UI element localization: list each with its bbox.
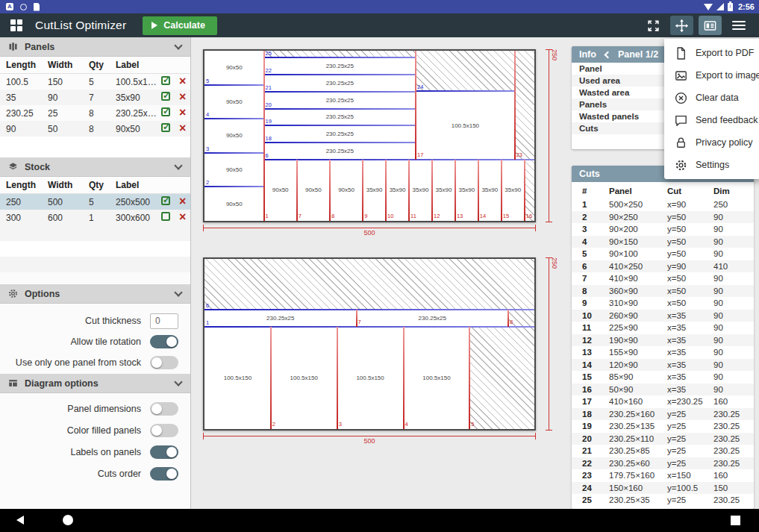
cut-number: 24 [417, 84, 423, 90]
cell-qty: 7 [89, 93, 116, 103]
table-row[interactable]: 100.51505100.5x1…× [0, 74, 190, 90]
options-section-header[interactable]: Options [0, 284, 190, 304]
table-row[interactable]: 230.25258230.25x…× [0, 105, 190, 121]
feedback-bubble-icon [674, 113, 688, 128]
cuts-row: 14120×90x=3590 [572, 359, 754, 372]
toggle-switch[interactable] [150, 356, 178, 369]
panel-piece: 230.25x25 [357, 310, 509, 327]
cut-thickness-input[interactable] [150, 313, 178, 329]
vertical-cut-line [415, 51, 416, 160]
cuts-row: 1650×90x=3590 [572, 384, 754, 396]
panel-piece: 100.5x150 [416, 91, 515, 160]
panel-piece: 90x50 [204, 187, 264, 221]
cell-width: 50 [48, 124, 89, 134]
vertical-cut-line [329, 160, 331, 221]
row-checkbox-icon[interactable] [161, 107, 170, 116]
vertical-cut-line [408, 160, 410, 221]
table-row[interactable]: 2505005250x500× [0, 194, 190, 210]
menu-icon[interactable] [727, 16, 750, 35]
delete-row-icon[interactable]: × [179, 90, 186, 103]
panel-piece: 230.25x25 [264, 57, 416, 75]
menu-item-export-to-pdf[interactable]: Export to PDF [664, 42, 759, 64]
menu-item-send-feedback[interactable]: Send feedback [664, 109, 759, 131]
delete-row-icon[interactable]: × [179, 210, 186, 223]
panels-section-header[interactable]: Panels [0, 37, 190, 57]
vertical-cut-line [337, 327, 338, 429]
row-checkbox-icon[interactable] [161, 76, 170, 85]
vertical-cut-line [455, 160, 456, 221]
toggle-row: Use only one panel from stock [0, 353, 190, 372]
toggle-switch[interactable] [150, 445, 178, 459]
toggle-switch[interactable] [150, 467, 178, 481]
row-checkbox-icon[interactable] [161, 92, 170, 101]
vertical-cut-line [385, 160, 387, 221]
cutting-diagram-panel-1: 90x5090x5090x5090x5090x50230.25x25230.25… [203, 49, 536, 222]
cut-number: 2 [206, 179, 209, 186]
chevron-down-icon [174, 288, 182, 296]
recents-icon[interactable] [731, 516, 740, 525]
dimension-bottom: 500 [203, 433, 536, 445]
menu-item-export-to-image[interactable]: Export to image [664, 64, 759, 87]
status-time: 2:56 [738, 2, 755, 11]
toggle-row: Cuts order [0, 464, 190, 484]
cut-number: 8 [510, 319, 513, 325]
delete-row-icon[interactable]: × [179, 106, 186, 119]
panel-piece: 35x90 [386, 160, 409, 221]
table-row[interactable]: 3590735x90× [0, 90, 190, 105]
calculate-button[interactable]: Calculate [143, 16, 217, 35]
cutlist-optimizer-app: A 2:56 CutList Optimizer Calculate [0, 0, 759, 532]
cut-number: 16 [526, 213, 532, 219]
stock-table: 2505005250x500×3006001300x600× [0, 194, 190, 225]
menu-item-clear-data[interactable]: Clear data [664, 87, 759, 109]
fullscreen-icon[interactable] [642, 16, 665, 35]
cut-number: 7 [358, 319, 361, 325]
row-checkbox-icon[interactable] [161, 196, 170, 205]
cut-number: 4 [206, 111, 209, 118]
move-icon[interactable] [670, 16, 693, 35]
delete-row-icon[interactable]: × [179, 122, 186, 134]
back-icon[interactable] [16, 516, 24, 525]
reader-mode-icon[interactable] [699, 16, 722, 35]
toggle-switch[interactable] [150, 335, 178, 348]
cuts-row: 12190×90x=3590 [572, 334, 754, 347]
cell-length: 100.5 [6, 77, 48, 87]
panel-piece: 90x50 [204, 153, 264, 187]
panel-piece: 90x50 [264, 160, 297, 221]
cuts-row: 20230.25×110y=25230.25 [572, 433, 754, 445]
diagram-area: 90x5090x5090x5090x5090x50230.25x25230.25… [192, 37, 564, 509]
horizontal-cut-line [204, 309, 534, 310]
cuts-row: 13155×90x=3590 [572, 346, 754, 359]
horizontal-cut-line [264, 91, 416, 93]
row-checkbox-icon[interactable] [161, 212, 170, 221]
navigation-bar [0, 509, 759, 532]
cell-label: 230.25x… [116, 108, 161, 119]
cuts-row: 25230.25×35y=25230.25 [572, 494, 754, 507]
wasted-area [204, 259, 534, 310]
cuts-panel: Cuts #PanelCutDim 1500×250x=90250290×250… [572, 166, 754, 509]
stock-section-header[interactable]: Stock [0, 157, 190, 177]
delete-row-icon[interactable]: × [179, 75, 186, 87]
panel-piece: 230.25x25 [264, 109, 416, 126]
horizontal-cut-line [204, 84, 264, 86]
menu-item-privacy-policy[interactable]: Privacy policy [664, 131, 759, 154]
table-row[interactable]: 9050890x50× [0, 121, 190, 137]
menu-item-settings[interactable]: Settings [664, 154, 759, 176]
cell-label: 300x600 [116, 213, 161, 223]
dimension-right: 250 [546, 257, 557, 431]
cell-width: 150 [48, 77, 89, 87]
panel-piece: 100.5x150 [204, 327, 271, 429]
vertical-cut-line [514, 51, 516, 160]
sidebar: Panels LengthWidthQtyLabel 100.51505100.… [0, 37, 191, 509]
dimension-bottom: 500 [203, 225, 536, 237]
cuts-row: 18230.25×160y=25230.25 [572, 408, 754, 421]
toggle-switch[interactable] [150, 424, 178, 437]
diagram-options-section-header[interactable]: Diagram options [0, 374, 190, 393]
row-checkbox-icon[interactable] [161, 123, 170, 132]
toggle-switch[interactable] [150, 402, 178, 416]
cut-number: 18 [266, 135, 272, 142]
chevron-left-icon[interactable] [604, 51, 611, 58]
home-icon[interactable] [63, 515, 73, 525]
delete-row-icon[interactable]: × [179, 195, 186, 207]
table-row[interactable]: 3006001300x600× [0, 210, 190, 225]
cut-number: 20 [266, 101, 272, 108]
